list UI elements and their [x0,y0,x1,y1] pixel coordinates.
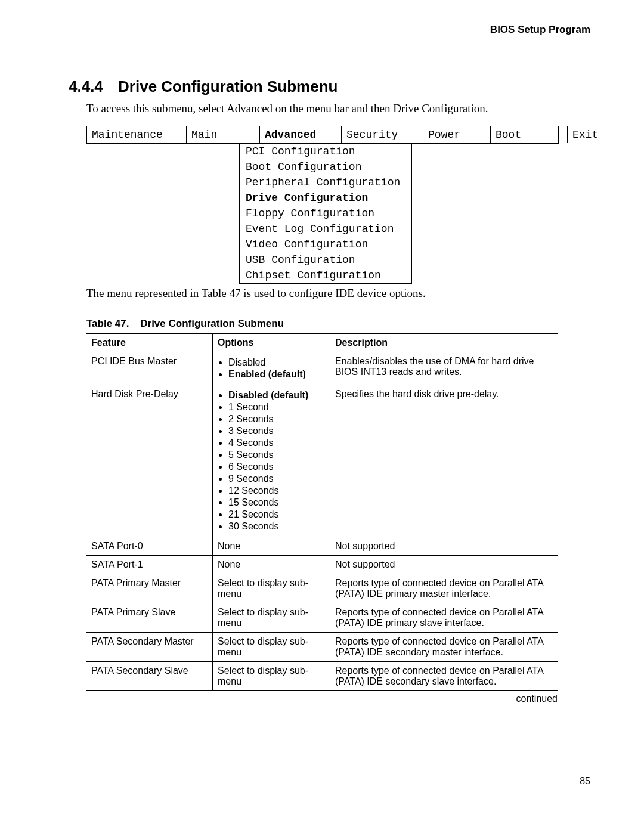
feature-cell: PCI IDE Bus Master [86,352,213,385]
feature-cell: SATA Port-0 [86,537,213,556]
bios-menubar: MaintenanceMainAdvancedSecurityPowerBoot… [86,126,559,144]
description-cell: Not supported [330,556,558,574]
submenu-item: USB Configuration [239,252,412,268]
submenu-item: Peripheral Configuration [239,175,412,190]
option-item: 6 Seconds [228,462,325,472]
option-item: 12 Seconds [228,485,325,496]
table-row: PATA Secondary SlaveSelect to display su… [86,662,558,691]
feature-cell: PATA Secondary Slave [86,662,213,691]
options-cell: Select to display sub-menu [213,633,330,662]
description-cell: Reports type of connected device on Para… [330,633,558,662]
menubar-tab: Advanced [260,126,342,143]
submenu-item: Video Configuration [239,237,412,252]
option-item: 2 Seconds [228,414,325,425]
option-item: 4 Seconds [228,438,325,448]
menubar-tab: Main [187,126,260,143]
table-row: PATA Primary MasterSelect to display sub… [86,574,558,603]
feature-cell: PATA Primary Slave [86,603,213,633]
description-cell: Reports type of connected device on Para… [330,662,558,691]
table-row: PCI IDE Bus MasterDisabledEnabled (defau… [86,352,558,385]
options-cell: None [213,556,330,574]
table-header-options: Options [213,334,330,352]
option-item: 1 Second [228,402,325,413]
options-cell: None [213,537,330,556]
table-row: PATA Secondary MasterSelect to display s… [86,633,558,662]
running-head: BIOS Setup Program [54,24,590,36]
table-row: SATA Port-1NoneNot supported [86,556,558,574]
submenu-item: Floppy Configuration [239,206,412,221]
feature-cell: PATA Secondary Master [86,633,213,662]
description-cell: Enables/disables the use of DMA for hard… [330,352,558,385]
menubar-tab: Power [423,126,491,143]
description-cell: Not supported [330,537,558,556]
table-header-description: Description [330,334,558,352]
section-number: 4.4.4 [69,78,103,95]
description-cell: Reports type of connected device on Para… [330,603,558,633]
option-item: 21 Seconds [228,509,325,520]
table-row: PATA Primary SlaveSelect to display sub-… [86,603,558,633]
section-heading: 4.4.4 Drive Configuration Submenu [69,78,590,96]
table-row: SATA Port-0NoneNot supported [86,537,558,556]
menubar-tab: Security [342,126,423,143]
menubar-tab: Exit [568,126,626,143]
option-item: Disabled (default) [228,390,325,401]
option-item: Disabled [228,357,325,368]
table-caption: Table 47. Drive Configuration Submenu [86,318,590,330]
table-caption-title: Drive Configuration Submenu [140,318,284,329]
description-cell: Reports type of connected device on Para… [330,574,558,603]
option-item: 5 Seconds [228,450,325,460]
menubar-tab: Boot [491,126,568,143]
submenu-item: Drive Configuration [239,190,412,206]
option-item: 15 Seconds [228,497,325,508]
feature-cell: SATA Port-1 [86,556,213,574]
submenu-item: PCI Configuration [239,144,412,159]
option-item: 3 Seconds [228,426,325,436]
table-caption-number: Table 47. [86,318,129,329]
feature-cell: PATA Primary Master [86,574,213,603]
menubar-tab: Maintenance [87,126,187,143]
options-cell: DisabledEnabled (default) [213,352,330,385]
table-header-feature: Feature [86,334,213,352]
options-cell: Select to display sub-menu [213,662,330,691]
description-cell: Specifies the hard disk drive pre-delay. [330,385,558,537]
intro-paragraph: To access this submenu, select Advanced … [86,102,590,115]
options-cell: Select to display sub-menu [213,603,330,633]
continued-label: continued [54,693,558,704]
description-paragraph: The menu represented in Table 47 is used… [86,287,590,300]
option-item: 30 Seconds [228,521,325,532]
submenu-item: Event Log Configuration [239,221,412,237]
submenu-item: Chipset Configuration [239,268,412,284]
options-cell: Select to display sub-menu [213,574,330,603]
submenu-item: Boot Configuration [239,159,412,175]
options-table: Feature Options Description PCI IDE Bus … [86,333,558,691]
option-item: Enabled (default) [228,369,325,380]
options-cell: Disabled (default)1 Second2 Seconds3 Sec… [213,385,330,537]
page-number: 85 [54,776,590,786]
table-row: Hard Disk Pre-DelayDisabled (default)1 S… [86,385,558,537]
feature-cell: Hard Disk Pre-Delay [86,385,213,537]
section-title: Drive Configuration Submenu [118,78,338,95]
option-item: 9 Seconds [228,473,325,484]
